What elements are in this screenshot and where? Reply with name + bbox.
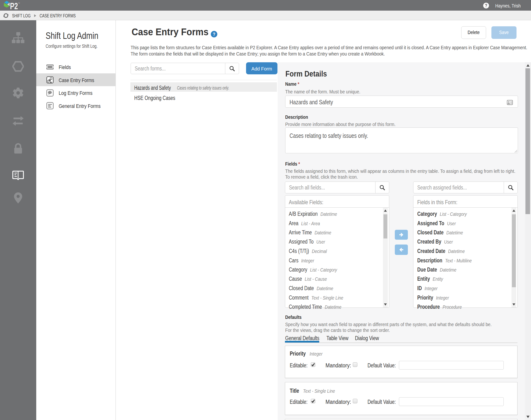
- svg-text:TM: TM: [18, 2, 20, 4]
- svg-text:P2: P2: [10, 1, 18, 11]
